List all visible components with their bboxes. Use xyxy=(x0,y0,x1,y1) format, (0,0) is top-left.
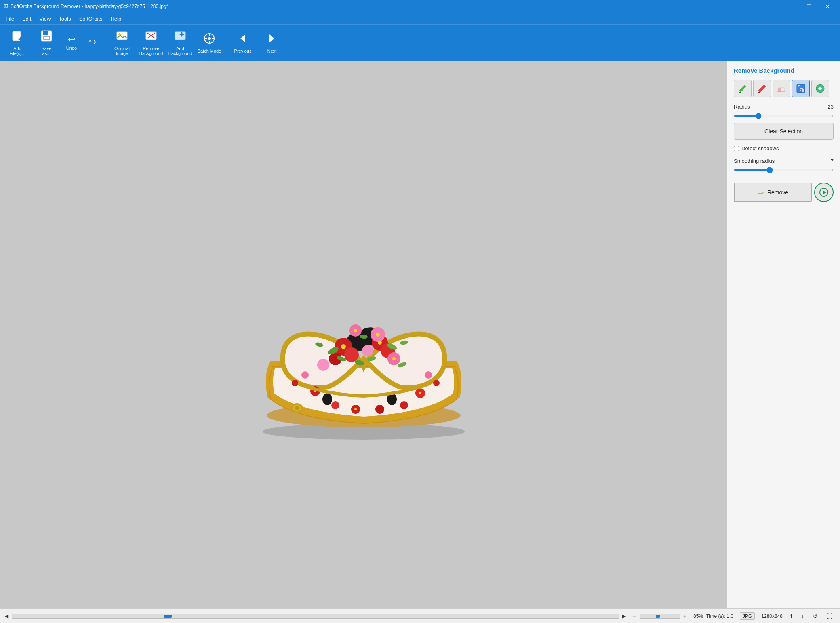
zoom-slider-track[interactable] xyxy=(640,614,680,619)
svg-point-39 xyxy=(341,344,346,349)
next-icon xyxy=(265,32,278,47)
title-bar-left: 🖼 SoftOrbits Background Remover - happy-… xyxy=(3,4,168,9)
menu-file[interactable]: File xyxy=(2,14,18,23)
remove-button-label: Remove xyxy=(767,189,788,196)
menu-softorbits[interactable]: SoftOrbits xyxy=(75,14,107,23)
add-files-button[interactable]: AddFile(s)... xyxy=(3,27,32,59)
play-icon xyxy=(819,188,828,197)
remove-button[interactable]: ⇒ Remove xyxy=(734,183,812,202)
save-as-label: Saveas... xyxy=(41,46,51,56)
previous-button[interactable]: Previous xyxy=(229,27,257,59)
svg-point-58 xyxy=(419,392,421,394)
undo-icon: ↩ xyxy=(68,35,75,44)
add-background-icon xyxy=(174,29,187,44)
magic-remove-button[interactable] xyxy=(811,80,829,97)
tool-icons-row xyxy=(734,80,834,97)
detect-shadows-row: Detect shadows xyxy=(734,145,834,152)
redo-button[interactable]: ↪ xyxy=(82,27,103,59)
svg-point-63 xyxy=(295,406,299,410)
undo-label: Undo xyxy=(66,46,77,51)
add-files-icon xyxy=(11,29,24,44)
svg-point-43 xyxy=(392,357,396,360)
radius-slider[interactable] xyxy=(734,115,834,117)
svg-point-67 xyxy=(433,380,440,386)
remove-brush-button[interactable] xyxy=(753,80,771,97)
detect-shadows-checkbox[interactable] xyxy=(734,146,739,151)
status-bar: ◀ ▶ − + 85% Time (s): 1.0 JPG 1280x848 ℹ… xyxy=(0,608,840,623)
svg-marker-23 xyxy=(240,34,245,42)
keep-brush-button[interactable] xyxy=(734,80,752,97)
canvas-area[interactable] xyxy=(0,61,727,608)
time-label: Time (s): 1.0 xyxy=(706,613,733,619)
remove-button-row: ⇒ Remove xyxy=(734,183,834,202)
remove-arrow-icon: ⇒ xyxy=(757,187,764,197)
smoothing-radius-slider[interactable] xyxy=(734,169,834,171)
window-title: SoftOrbits Background Remover - happy-bi… xyxy=(11,4,168,9)
app-icon: 🖼 xyxy=(3,4,8,9)
magic-select-button[interactable] xyxy=(792,80,810,97)
toolbar: AddFile(s)... Saveas... ↩ Undo ↪ xyxy=(0,24,840,61)
zoom-in-button[interactable]: + xyxy=(682,612,688,620)
clear-selection-button[interactable]: Clear Selection xyxy=(734,123,834,140)
previous-label: Previous xyxy=(234,48,252,53)
close-button[interactable]: ✕ xyxy=(818,0,837,13)
horizontal-scrollbar[interactable] xyxy=(12,614,619,619)
title-bar: 🖼 SoftOrbits Background Remover - happy-… xyxy=(0,0,840,13)
detect-shadows-label: Detect shadows xyxy=(741,145,779,152)
original-image-button[interactable]: OriginalImage xyxy=(108,27,136,59)
svg-point-18 xyxy=(208,37,211,40)
radius-label: Radius xyxy=(734,104,750,110)
batch-mode-label: Batch Mode xyxy=(198,48,221,53)
maximize-canvas-button[interactable]: ⛶ xyxy=(825,613,834,619)
radius-label-row: Radius 23 xyxy=(734,104,834,110)
play-button[interactable] xyxy=(814,183,834,202)
rotate-button[interactable]: ↺ xyxy=(812,613,819,619)
menu-view[interactable]: View xyxy=(35,14,55,23)
svg-point-42 xyxy=(376,333,380,337)
smoothing-radius-label-row: Smoothing radius 7 xyxy=(734,158,834,164)
svg-point-59 xyxy=(322,393,332,405)
svg-rect-7 xyxy=(117,32,127,40)
share-button[interactable]: ↓ xyxy=(800,613,805,619)
original-image-label: OriginalImage xyxy=(114,46,130,56)
main-content: Remove Background xyxy=(0,61,840,608)
smoothing-radius-label: Smoothing radius xyxy=(734,158,775,164)
next-button[interactable]: Next xyxy=(258,27,286,59)
radius-value: 23 xyxy=(828,104,834,110)
menu-edit[interactable]: Edit xyxy=(18,14,35,23)
svg-point-65 xyxy=(425,371,432,379)
svg-rect-74 xyxy=(778,88,781,92)
zoom-out-button[interactable]: − xyxy=(631,612,638,620)
batch-mode-button[interactable]: Batch Mode xyxy=(195,27,223,59)
maximize-button[interactable]: ☐ xyxy=(800,0,818,13)
smoothing-radius-value: 7 xyxy=(831,158,834,164)
svg-rect-4 xyxy=(43,31,48,35)
menu-tools[interactable]: Tools xyxy=(55,14,75,23)
svg-point-40 xyxy=(378,341,382,345)
info-button[interactable]: ℹ xyxy=(789,613,794,619)
save-as-button[interactable]: Saveas... xyxy=(32,27,61,59)
svg-marker-24 xyxy=(269,34,274,42)
svg-rect-72 xyxy=(758,92,760,93)
svg-point-30 xyxy=(344,347,359,362)
minimize-button[interactable]: — xyxy=(781,0,800,13)
dimensions-label: 1280x848 xyxy=(761,613,783,619)
add-background-button[interactable]: AddBackground xyxy=(166,27,194,59)
toolbar-separator-1 xyxy=(105,31,105,55)
eraser-button[interactable] xyxy=(773,80,790,97)
right-panel: Remove Background xyxy=(727,61,840,608)
remove-background-button[interactable]: RemoveBackground xyxy=(137,27,165,59)
svg-rect-6 xyxy=(44,37,49,39)
panel-title: Remove Background xyxy=(734,67,834,74)
svg-point-51 xyxy=(331,401,339,409)
zoom-slider-thumb xyxy=(656,615,660,618)
svg-point-57 xyxy=(354,408,357,410)
scroll-left-button[interactable]: ◀ xyxy=(3,613,10,619)
redo-icon: ↪ xyxy=(89,38,96,46)
menu-help[interactable]: Help xyxy=(106,14,125,23)
next-label: Next xyxy=(267,48,277,53)
svg-point-53 xyxy=(375,405,384,414)
scroll-right-button[interactable]: ▶ xyxy=(621,613,627,619)
add-background-label: AddBackground xyxy=(168,46,192,56)
undo-button[interactable]: ↩ Undo xyxy=(61,27,82,59)
